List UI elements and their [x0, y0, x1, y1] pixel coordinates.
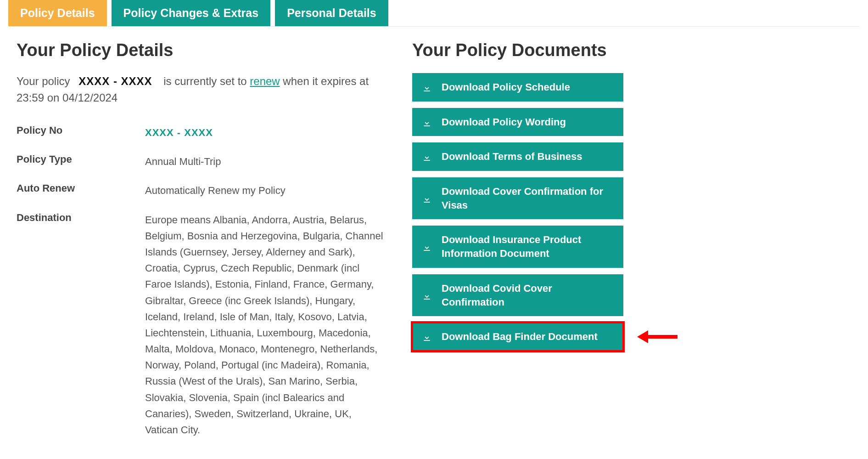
tab-policy-details[interactable]: Policy Details — [8, 0, 107, 26]
tab-policy-changes-extras[interactable]: Policy Changes & Extras — [112, 0, 271, 26]
download-icon — [422, 291, 431, 300]
arrow-left-icon — [637, 328, 678, 346]
policy-documents-heading: Your Policy Documents — [412, 40, 623, 60]
status-prefix: Your policy — [17, 75, 73, 87]
doc-item: Download Insurance Product Information D… — [412, 226, 623, 267]
policy-details-heading: Your Policy Details — [17, 40, 385, 60]
download-icon — [422, 118, 431, 127]
policy-status-text: Your policy XXXX - XXXX is currently set… — [17, 73, 385, 106]
doc-item: Download Terms of Business — [412, 142, 623, 171]
download-icon — [422, 83, 431, 92]
value-auto-renew: Automatically Renew my Policy — [145, 182, 385, 198]
download-covid-cover-confirmation-button[interactable]: Download Covid Cover Confirmation — [412, 274, 623, 316]
row-auto-renew: Auto Renew Automatically Renew my Policy — [17, 182, 385, 198]
row-destination: Destination Europe means Albania, Andorr… — [17, 212, 385, 438]
doc-item: Download Cover Confirmation for Visas — [412, 177, 623, 219]
doc-label: Download Covid Cover Confirmation — [442, 282, 613, 309]
download-icon — [422, 242, 431, 251]
row-policy-type: Policy Type Annual Multi-Trip — [17, 153, 385, 170]
svg-marker-1 — [637, 330, 648, 343]
tabs: Policy Details Policy Changes & Extras P… — [8, 0, 860, 27]
tab-personal-details[interactable]: Personal Details — [275, 0, 388, 26]
label-policy-type: Policy Type — [17, 153, 145, 170]
download-bag-finder-document-button[interactable]: Download Bag Finder Document — [412, 323, 623, 351]
download-policy-wording-button[interactable]: Download Policy Wording — [412, 108, 623, 136]
doc-item: Download Policy Schedule — [412, 73, 623, 102]
download-icon — [422, 332, 431, 341]
download-icon — [422, 152, 431, 161]
value-policy-no: XXXX - XXXX — [145, 125, 385, 141]
download-terms-of-business-button[interactable]: Download Terms of Business — [412, 142, 623, 171]
doc-item-highlighted: Download Bag Finder Document — [412, 323, 623, 351]
doc-label: Download Bag Finder Document — [442, 330, 598, 344]
label-policy-no: Policy No — [17, 125, 145, 141]
label-auto-renew: Auto Renew — [17, 182, 145, 198]
download-cover-confirmation-visas-button[interactable]: Download Cover Confirmation for Visas — [412, 177, 623, 219]
policy-documents-panel: Your Policy Documents Download Policy Sc… — [412, 40, 623, 451]
doc-item: Download Covid Cover Confirmation — [412, 274, 623, 316]
download-icon — [422, 194, 431, 203]
status-policy-ref: XXXX - XXXX — [78, 75, 152, 87]
doc-label: Download Policy Schedule — [442, 80, 570, 94]
value-destination: Europe means Albania, Andorra, Austria, … — [145, 212, 385, 438]
policy-details-panel: Your Policy Details Your policy XXXX - X… — [8, 40, 385, 451]
doc-label: Download Terms of Business — [442, 150, 582, 164]
doc-label: Download Insurance Product Information D… — [442, 233, 613, 260]
label-destination: Destination — [17, 212, 145, 438]
status-middle: is currently set to — [163, 75, 250, 87]
doc-label: Download Cover Confirmation for Visas — [442, 185, 613, 212]
row-policy-no: Policy No XXXX - XXXX — [17, 125, 385, 141]
doc-item: Download Policy Wording — [412, 108, 623, 136]
doc-label: Download Policy Wording — [442, 115, 566, 129]
download-ipid-button[interactable]: Download Insurance Product Information D… — [412, 226, 623, 267]
renew-link[interactable]: renew — [250, 75, 280, 87]
download-policy-schedule-button[interactable]: Download Policy Schedule — [412, 73, 623, 102]
value-policy-type: Annual Multi-Trip — [145, 153, 385, 170]
